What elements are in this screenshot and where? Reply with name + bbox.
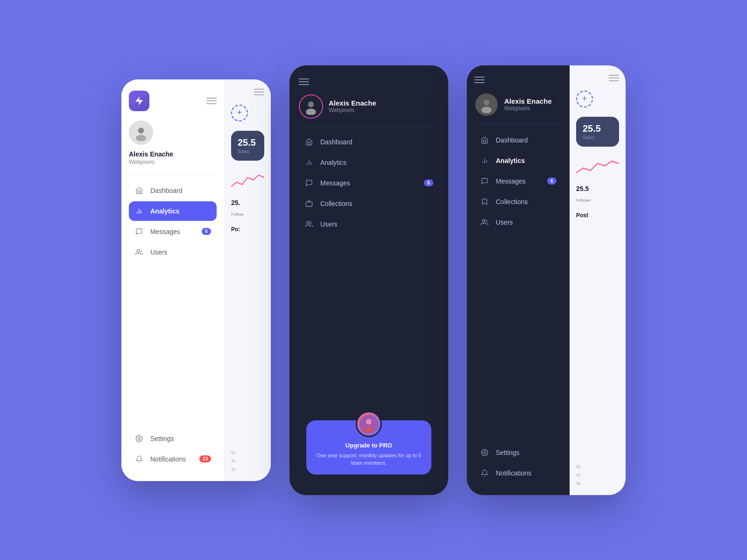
divider-dark-1: [299, 126, 439, 127]
phone-light: Alexis Enache Webpixels Dashboard Analyt…: [121, 79, 271, 481]
nav-item-messages-d1[interactable]: Messages 6: [299, 173, 439, 193]
upgrade-card[interactable]: Upgrade to PRO One year support, monthly…: [306, 420, 431, 475]
y-label-4k: 4k: [231, 459, 264, 463]
hamburger-dark-2[interactable]: [474, 77, 485, 83]
nav-item-dashboard[interactable]: Dashboard: [129, 181, 217, 200]
right-panel-light: + 25.5 Sales 25. Follow Po: 5k 4k 3k: [224, 79, 271, 481]
nav-label-analytics-d1: Analytics: [320, 159, 346, 166]
nav-item-users[interactable]: Users: [129, 242, 217, 262]
hamburger-menu[interactable]: [206, 98, 217, 104]
bell-icon-d2: [480, 468, 489, 478]
add-button[interactable]: +: [231, 105, 248, 121]
nav-item-users-d1[interactable]: Users: [299, 214, 439, 234]
nav-item-messages-d2[interactable]: Messages 6: [474, 171, 562, 191]
nav-label-users-d2: Users: [496, 219, 513, 226]
avatar-dark-2: [474, 92, 499, 117]
nav-label-dashboard-d1: Dashboard: [320, 138, 352, 146]
nav-label-dashboard: Dashboard: [150, 187, 183, 194]
phone-dark-2: Alexis Enache Webpixels Dashboard Analyt…: [467, 65, 626, 495]
sidebar-header-dark-2: [474, 77, 562, 83]
user-subtitle: Webpixels: [129, 159, 217, 165]
svg-point-15: [366, 419, 372, 425]
divider: [129, 175, 217, 175]
nav-label-users: Users: [150, 248, 168, 256]
gear-icon-d2: [480, 448, 489, 457]
followers-label: Follow: [231, 212, 264, 217]
hamburger-right[interactable]: [254, 89, 264, 95]
sidebar-header: [129, 91, 217, 111]
svg-rect-12: [306, 202, 312, 206]
svg-point-5: [137, 249, 139, 252]
nav-item-settings[interactable]: Settings: [129, 429, 217, 448]
chat-icon: [134, 227, 144, 236]
app-logo[interactable]: [129, 91, 149, 111]
gear-icon: [134, 434, 144, 443]
hamburger-right-d2[interactable]: [609, 75, 619, 81]
y-label-3k: 3k: [231, 467, 264, 472]
user-section: [129, 121, 217, 145]
nav-label-users-d1: Users: [320, 220, 338, 228]
y-label-3k-d2: 3k: [576, 481, 619, 486]
house-icon-d2: [480, 135, 489, 145]
nav-item-collections-d1[interactable]: Collections: [299, 194, 439, 213]
collection-icon-d2: [480, 197, 489, 206]
nav-label-collections-d1: Collections: [320, 200, 352, 207]
chat-icon-d2: [480, 177, 489, 186]
chart-icon: [134, 206, 144, 216]
nav-item-analytics[interactable]: Analytics: [129, 201, 217, 221]
chart-icon-d2: [480, 156, 489, 165]
nav-item-analytics-d2[interactable]: Analytics: [474, 151, 562, 170]
nav-item-users-d2[interactable]: Users: [474, 213, 562, 232]
collection-icon-d1: [304, 199, 314, 208]
users-icon: [134, 248, 144, 257]
svg-point-18: [481, 106, 492, 113]
nav-label-notifications-d2: Notifications: [496, 469, 531, 477]
svg-point-22: [482, 220, 485, 222]
nav-label-messages-d1: Messages: [320, 179, 350, 187]
user-name: Alexis Enache: [129, 150, 217, 158]
stats-card: 25.5 Sales: [231, 131, 264, 161]
nav-label-settings: Settings: [150, 435, 174, 442]
user-name-dark-1: Alexis Enache: [329, 99, 376, 107]
notifications-badge: 23: [199, 455, 211, 462]
nav-item-settings-d2[interactable]: Settings: [474, 443, 562, 462]
svg-point-23: [484, 452, 486, 454]
user-section-dark-2: Alexis Enache Webpixels: [474, 92, 562, 117]
nav-item-notifications[interactable]: Notifications 23: [129, 449, 217, 469]
divider-dark-2: [474, 124, 562, 125]
y-labels-d2: 5k 4k 3k: [576, 460, 619, 486]
nav-item-analytics-d1[interactable]: Analytics: [299, 153, 439, 172]
svg-point-8: [306, 108, 316, 115]
stats-label-d2: Sales: [583, 135, 613, 140]
upgrade-title: Upgrade to PRO: [345, 442, 392, 449]
stats-card-d2: 25.5 Sales: [576, 117, 619, 147]
add-button-d2[interactable]: +: [576, 91, 593, 107]
followers-label-d2: Followe: [576, 198, 619, 203]
svg-point-17: [484, 99, 490, 106]
nav-label-messages-d2: Messages: [496, 177, 526, 185]
hamburger-dark-1[interactable]: [299, 78, 309, 85]
svg-point-0: [138, 128, 144, 134]
nav-item-notifications-d2[interactable]: Notifications: [474, 463, 562, 483]
nav-item-messages[interactable]: Messages 6: [129, 222, 217, 241]
chart-area-d2: [576, 154, 619, 177]
nav-label-messages: Messages: [150, 228, 180, 235]
avatar-dark-1: [299, 94, 323, 119]
svg-point-6: [138, 438, 140, 439]
right-panel-dark-2: + 25.5 Sales 25.5 Followe Post 5k 4k 3k: [570, 65, 626, 495]
stats-value-d2: 25.5: [583, 123, 613, 134]
nav-item-dashboard-d2[interactable]: Dashboard: [474, 130, 562, 150]
sidebar-light: Alexis Enache Webpixels Dashboard Analyt…: [121, 79, 224, 481]
stats-label: Sales: [238, 149, 258, 154]
nav-item-dashboard-d1[interactable]: Dashboard: [299, 132, 439, 152]
messages-badge-d1: 6: [424, 179, 433, 186]
nav-item-collections-d2[interactable]: Collections: [474, 192, 562, 212]
sidebar-header-dark: [299, 78, 439, 85]
y-label-5k: 5k: [231, 450, 264, 455]
followers-value: 25.: [231, 199, 264, 206]
stats-value: 25.5: [238, 137, 258, 148]
chat-icon-d1: [304, 178, 314, 188]
chart-icon-d1: [304, 158, 314, 167]
sidebar-dark-2: Alexis Enache Webpixels Dashboard Analyt…: [467, 65, 570, 495]
svg-point-13: [307, 221, 309, 224]
